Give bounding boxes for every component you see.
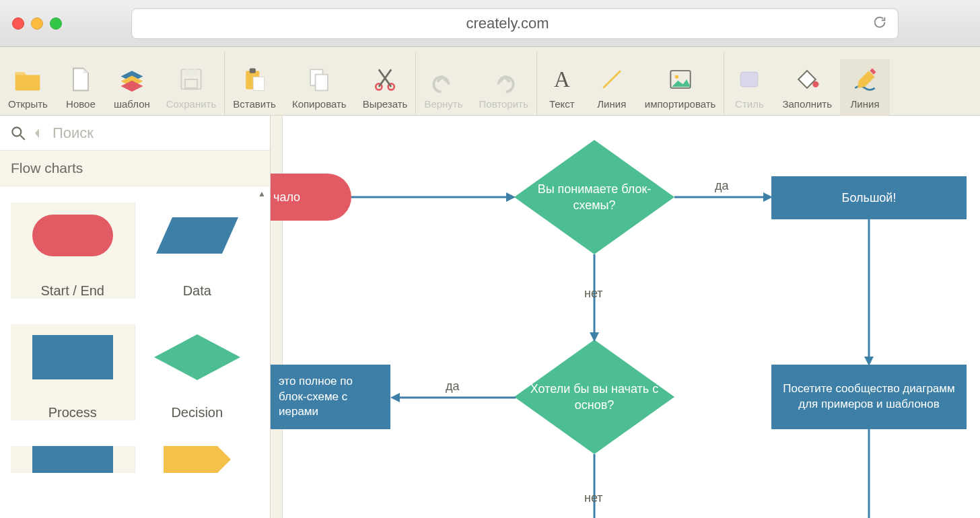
svg-rect-17 (741, 72, 759, 87)
import-button[interactable]: импортировать (637, 59, 724, 115)
search-icon (9, 124, 27, 142)
svg-point-18 (812, 81, 818, 87)
pencil-line-icon (850, 63, 880, 96)
edge-label-yes-2: да (446, 379, 460, 394)
svg-marker-21 (35, 128, 39, 138)
edge-label-no-2: нет (584, 491, 603, 505)
paste-button[interactable]: Вставить (225, 59, 284, 115)
new-button[interactable]: Новое (56, 59, 106, 115)
svg-line-20 (20, 135, 25, 140)
window-controls (12, 17, 62, 30)
browser-chrome: creately.com (0, 0, 980, 47)
diagram-canvas[interactable]: чало Вы понимаете блок-схемы? Большой! Х… (271, 116, 980, 518)
line-style-button[interactable]: Линия (840, 59, 890, 115)
shape-decision[interactable]: Decision (135, 324, 260, 420)
paste-icon (240, 63, 269, 96)
edge-label-no-1: нет (584, 287, 603, 301)
node-guide[interactable]: это полное по блок-схеме с иерами (271, 365, 390, 429)
node-great[interactable]: Большой! (771, 176, 967, 219)
import-image-icon (666, 63, 695, 96)
template-icon (117, 63, 147, 96)
copy-icon (304, 63, 334, 96)
shape-start-end[interactable]: Start / End (11, 202, 135, 299)
style-icon (734, 63, 764, 96)
svg-rect-10 (316, 75, 328, 91)
undo-button[interactable]: Вернуть (416, 59, 470, 115)
workspace: Flow charts ▲ Start / End Data (0, 116, 980, 518)
shape-misc[interactable] (135, 446, 260, 473)
fill-button[interactable]: Заполнить (774, 59, 840, 115)
minimize-window-icon[interactable] (31, 17, 43, 30)
cut-button[interactable]: Вырезать (355, 59, 416, 115)
template-button[interactable]: шаблон (106, 59, 158, 115)
svg-rect-4 (185, 69, 197, 75)
svg-point-19 (12, 127, 21, 136)
scroll-up-icon[interactable]: ▲ (258, 189, 266, 198)
reload-icon[interactable] (872, 15, 887, 32)
redo-button[interactable]: Повторить (471, 59, 536, 115)
new-doc-icon (66, 63, 96, 96)
save-button[interactable]: Сохранить (158, 59, 225, 115)
node-decision-2[interactable]: Хотели бы вы начать с основ? (514, 340, 674, 454)
save-icon (176, 63, 206, 96)
svg-line-14 (603, 71, 621, 88)
shape-list: ▲ Start / End Data (0, 186, 270, 518)
svg-text:A: A (554, 67, 570, 91)
cut-icon (370, 63, 400, 96)
shape-data[interactable]: Data (135, 202, 260, 299)
svg-rect-5 (185, 79, 197, 88)
maximize-window-icon[interactable] (50, 17, 62, 30)
folder-icon (13, 63, 42, 96)
address-bar[interactable]: creately.com (131, 8, 899, 39)
address-url: creately.com (143, 15, 872, 32)
svg-rect-7 (250, 69, 256, 73)
shape-search-input[interactable] (53, 124, 270, 142)
node-community[interactable]: Посетите сообщество диаграмм для примеро… (771, 365, 967, 429)
undo-icon (429, 63, 458, 96)
main-toolbar: Открыть Новое шаблон Сохранить Вс (0, 47, 980, 116)
svg-marker-23 (154, 334, 240, 380)
svg-point-16 (674, 75, 678, 79)
open-button[interactable]: Открыть (0, 59, 56, 115)
redo-icon (489, 63, 518, 96)
shape-sidebar: Flow charts ▲ Start / End Data (0, 116, 271, 518)
svg-marker-22 (156, 217, 238, 254)
copy-button[interactable]: Копировать (284, 59, 355, 115)
text-icon: A (547, 63, 577, 96)
svg-marker-35 (390, 393, 400, 402)
line-tool-button[interactable]: Линия (587, 59, 637, 115)
shape-search-row (0, 116, 270, 151)
text-tool-button[interactable]: A Текст (537, 59, 587, 115)
close-window-icon[interactable] (12, 17, 24, 30)
collapse-sidebar-icon[interactable] (34, 127, 53, 139)
shape-section-title: Flow charts (0, 151, 270, 186)
line-icon (597, 63, 627, 96)
fill-bucket-icon (792, 63, 822, 96)
shape-process-2[interactable] (11, 446, 135, 473)
shape-process[interactable]: Process (11, 324, 135, 420)
style-button[interactable]: Стиль (724, 59, 774, 115)
node-start[interactable]: чало (271, 174, 351, 221)
edge-label-yes-1: да (715, 179, 729, 193)
node-decision-1[interactable]: Вы понимаете блок-схемы? (514, 140, 674, 254)
svg-rect-8 (253, 77, 265, 90)
